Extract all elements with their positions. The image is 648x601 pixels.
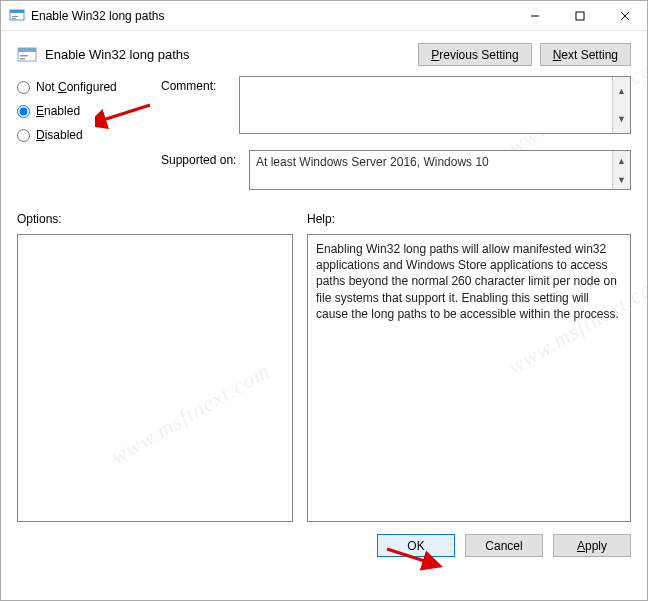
svg-rect-3 (12, 18, 16, 19)
svg-rect-9 (18, 48, 36, 52)
ok-button[interactable]: OK (377, 534, 455, 557)
comment-field[interactable]: ▲▼ (239, 76, 631, 134)
radio-disabled[interactable]: Disabled (17, 128, 147, 142)
chevron-down-icon: ▼ (613, 170, 630, 189)
maximize-button[interactable] (557, 1, 602, 31)
minimize-button[interactable] (512, 1, 557, 31)
scroll-arrows[interactable]: ▲▼ (612, 77, 630, 133)
chevron-down-icon: ▼ (613, 105, 630, 133)
svg-rect-10 (20, 55, 28, 57)
options-label: Options: (17, 212, 293, 226)
cancel-button[interactable]: Cancel (465, 534, 543, 557)
scroll-arrows[interactable]: ▲▼ (612, 151, 630, 189)
svg-rect-11 (20, 58, 25, 60)
svg-rect-2 (12, 16, 18, 17)
comment-label: Comment: (161, 79, 231, 134)
help-label: Help: (307, 212, 631, 226)
radio-enabled[interactable]: Enabled (17, 104, 147, 118)
apply-button[interactable]: Apply (553, 534, 631, 557)
window-title: Enable Win32 long paths (31, 9, 512, 23)
policy-title: Enable Win32 long paths (45, 47, 190, 62)
previous-setting-button[interactable]: Previous Setting (418, 43, 531, 66)
next-setting-button[interactable]: Next Setting (540, 43, 631, 66)
chevron-up-icon: ▲ (613, 151, 630, 170)
app-icon (9, 8, 25, 24)
policy-icon (17, 45, 37, 65)
radio-not-configured[interactable]: Not Configured (17, 80, 147, 94)
svg-rect-5 (576, 12, 584, 20)
supported-label: Supported on: (161, 153, 241, 190)
supported-field: At least Windows Server 2016, Windows 10… (249, 150, 631, 190)
help-pane: Enabling Win32 long paths will allow man… (307, 234, 631, 522)
close-button[interactable] (602, 1, 647, 31)
svg-rect-1 (10, 10, 24, 13)
chevron-up-icon: ▲ (613, 77, 630, 105)
title-bar: Enable Win32 long paths (1, 1, 647, 31)
options-pane (17, 234, 293, 522)
